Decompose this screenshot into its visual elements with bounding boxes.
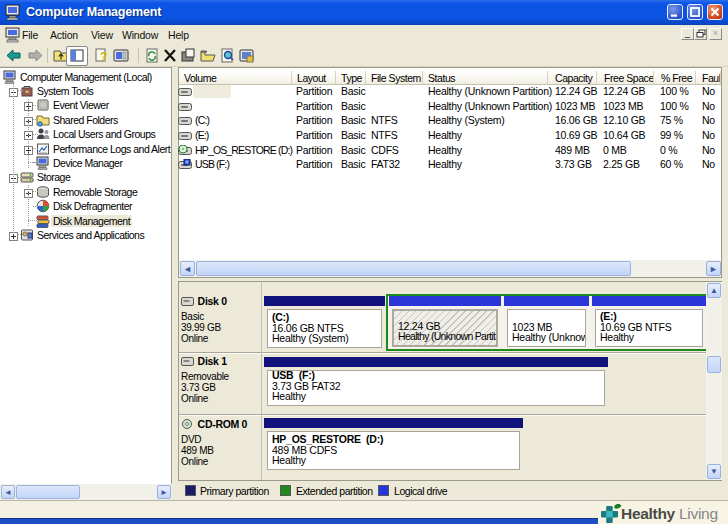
svg-text:?: ? xyxy=(100,50,107,64)
svg-text:Living: Living xyxy=(679,505,718,522)
svg-text:Healthy: Healthy xyxy=(621,505,676,522)
